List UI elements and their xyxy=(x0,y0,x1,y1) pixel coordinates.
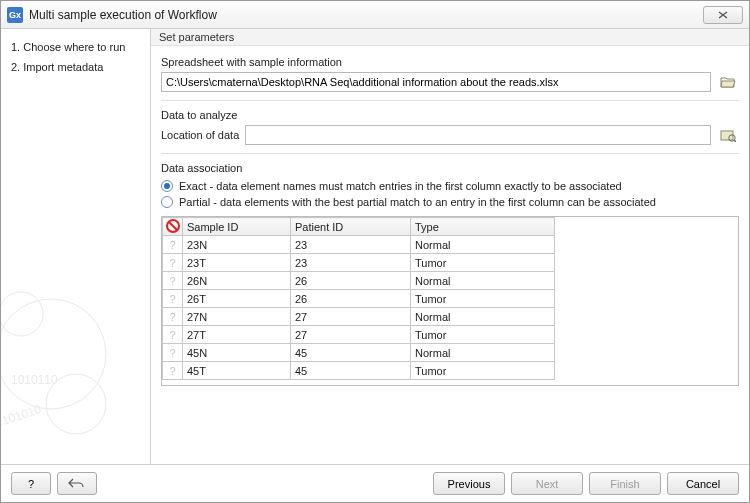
row-status-icon: ? xyxy=(163,308,183,326)
titlebar: Gx Multi sample execution of Workflow xyxy=(1,1,749,29)
cancel-button[interactable]: Cancel xyxy=(667,472,739,495)
cell-patient-id: 23 xyxy=(291,254,411,272)
table-row[interactable]: ?27T27Tumor xyxy=(163,326,555,344)
table-row[interactable]: ?23N23Normal xyxy=(163,236,555,254)
wizard-steps: 1. Choose where to run 2. Import metadat… xyxy=(11,37,140,77)
row-status-icon: ? xyxy=(163,236,183,254)
cell-patient-id: 26 xyxy=(291,290,411,308)
radio-icon xyxy=(161,180,173,192)
row-status-icon: ? xyxy=(163,326,183,344)
cell-type: Tumor xyxy=(411,362,555,380)
svg-rect-5 xyxy=(721,131,733,140)
step-label: Import metadata xyxy=(23,61,103,73)
cell-patient-id: 45 xyxy=(291,362,411,380)
cell-sample-id: 26N xyxy=(183,272,291,290)
undo-button[interactable] xyxy=(57,472,97,495)
table-header-type[interactable]: Type xyxy=(411,218,555,236)
no-entry-icon xyxy=(166,219,180,233)
table-row[interactable]: ?45T45Tumor xyxy=(163,362,555,380)
cell-sample-id: 26T xyxy=(183,290,291,308)
step-number: 1. xyxy=(11,41,20,53)
cell-type: Normal xyxy=(411,308,555,326)
cell-sample-id: 27T xyxy=(183,326,291,344)
cell-patient-id: 27 xyxy=(291,326,411,344)
cell-patient-id: 27 xyxy=(291,308,411,326)
location-of-data-input[interactable] xyxy=(245,125,711,145)
folder-open-icon xyxy=(720,75,736,89)
cell-patient-id: 23 xyxy=(291,236,411,254)
assoc-heading: Data association xyxy=(161,162,739,174)
cell-type: Normal xyxy=(411,236,555,254)
table-header-patient-id[interactable]: Patient ID xyxy=(291,218,411,236)
table-header-status[interactable] xyxy=(163,218,183,236)
step-label: Choose where to run xyxy=(23,41,125,53)
finish-button[interactable]: Finish xyxy=(589,472,661,495)
cell-sample-id: 45N xyxy=(183,344,291,362)
assoc-exact-label: Exact - data element names must match en… xyxy=(179,180,622,192)
sidebar-watermark: 1010110 01101010 xyxy=(1,254,151,464)
assoc-exact-radio[interactable]: Exact - data element names must match en… xyxy=(161,178,739,194)
cell-type: Tumor xyxy=(411,254,555,272)
sample-table: Sample ID Patient ID Type ?23N23Normal?2… xyxy=(162,217,555,380)
analyze-row: Location of data xyxy=(161,125,739,145)
window-close-button[interactable] xyxy=(703,6,743,24)
svg-text:1010110: 1010110 xyxy=(11,373,58,387)
cell-type: Normal xyxy=(411,344,555,362)
cell-sample-id: 23N xyxy=(183,236,291,254)
close-icon xyxy=(716,11,730,19)
step-number: 2. xyxy=(11,61,20,73)
radio-icon xyxy=(161,196,173,208)
table-row[interactable]: ?27N27Normal xyxy=(163,308,555,326)
assoc-partial-radio[interactable]: Partial - data elements with the best pa… xyxy=(161,194,739,210)
spreadsheet-browse-button[interactable] xyxy=(717,72,739,92)
table-header-sample-id[interactable]: Sample ID xyxy=(183,218,291,236)
spreadsheet-label: Spreadsheet with sample information xyxy=(161,56,739,68)
separator xyxy=(161,100,739,101)
row-status-icon: ? xyxy=(163,344,183,362)
cell-sample-id: 45T xyxy=(183,362,291,380)
row-status-icon: ? xyxy=(163,272,183,290)
svg-point-1 xyxy=(1,292,43,336)
table-body: ?23N23Normal?23T23Tumor?26N26Normal?26T2… xyxy=(163,236,555,380)
wizard-step-1[interactable]: 1. Choose where to run xyxy=(11,37,140,57)
cell-type: Normal xyxy=(411,272,555,290)
content-pane: Set parameters Spreadsheet with sample i… xyxy=(151,29,749,464)
dialog-window: Gx Multi sample execution of Workflow 10… xyxy=(0,0,750,503)
analyze-heading: Data to analyze xyxy=(161,109,739,121)
help-button[interactable]: ? xyxy=(11,472,51,495)
next-button[interactable]: Next xyxy=(511,472,583,495)
table-row[interactable]: ?23T23Tumor xyxy=(163,254,555,272)
browse-folder-icon xyxy=(720,128,736,142)
cell-sample-id: 27N xyxy=(183,308,291,326)
table-header: Sample ID Patient ID Type xyxy=(163,218,555,236)
spreadsheet-path-input[interactable] xyxy=(161,72,711,92)
separator xyxy=(161,153,739,154)
spreadsheet-row xyxy=(161,72,739,92)
cell-type: Tumor xyxy=(411,326,555,344)
table-row[interactable]: ?26T26Tumor xyxy=(163,290,555,308)
svg-point-0 xyxy=(1,299,106,409)
svg-point-2 xyxy=(46,374,106,434)
app-icon: Gx xyxy=(7,7,23,23)
svg-line-7 xyxy=(734,140,736,142)
dialog-body: 1010110 01101010 1. Choose where to run … xyxy=(1,29,749,464)
previous-button[interactable]: Previous xyxy=(433,472,505,495)
undo-arrow-icon xyxy=(67,477,87,489)
dialog-footer: ? Previous Next Finish Cancel xyxy=(1,464,749,502)
svg-text:01101010: 01101010 xyxy=(1,402,43,432)
cell-type: Tumor xyxy=(411,290,555,308)
cell-patient-id: 26 xyxy=(291,272,411,290)
params-area: Spreadsheet with sample information Data… xyxy=(151,46,749,394)
wizard-step-2[interactable]: 2. Import metadata xyxy=(11,57,140,77)
row-status-icon: ? xyxy=(163,254,183,272)
table-row[interactable]: ?26N26Normal xyxy=(163,272,555,290)
row-status-icon: ? xyxy=(163,290,183,308)
section-header: Set parameters xyxy=(151,29,749,46)
sample-table-container[interactable]: Sample ID Patient ID Type ?23N23Normal?2… xyxy=(161,216,739,386)
assoc-partial-label: Partial - data elements with the best pa… xyxy=(179,196,656,208)
wizard-sidebar: 1010110 01101010 1. Choose where to run … xyxy=(1,29,151,464)
table-row[interactable]: ?45N45Normal xyxy=(163,344,555,362)
location-label: Location of data xyxy=(161,129,239,141)
location-browse-button[interactable] xyxy=(717,125,739,145)
cell-patient-id: 45 xyxy=(291,344,411,362)
